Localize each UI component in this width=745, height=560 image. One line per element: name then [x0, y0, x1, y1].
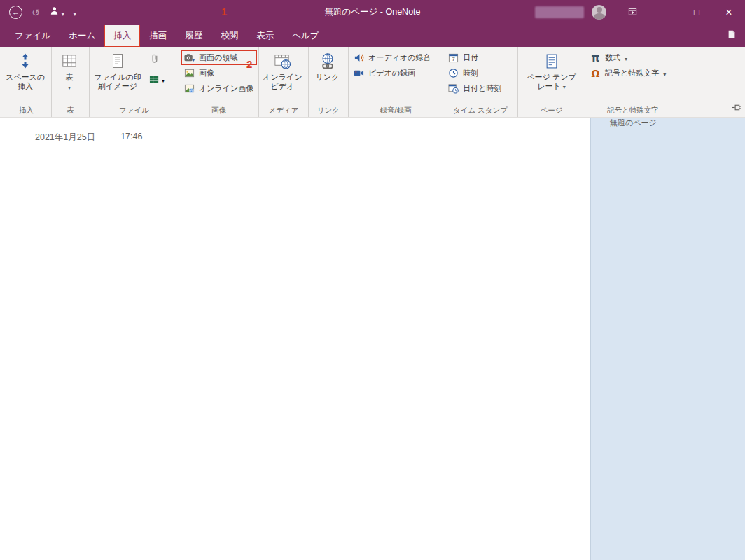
page-template-button[interactable]: ページ テンプレート	[522, 47, 581, 106]
tab-help[interactable]: ヘルプ	[283, 24, 328, 47]
symbol-button[interactable]: Ω 記号と特殊文字	[587, 66, 679, 80]
omega-icon: Ω	[590, 68, 601, 79]
group-label-link: リンク	[309, 106, 348, 115]
online-picture-button[interactable]: オンライン画像	[181, 81, 257, 96]
equation-label: 数式	[605, 52, 620, 63]
user-menu-button[interactable]	[49, 6, 64, 19]
group-label-recording: 録音/録画	[349, 106, 443, 115]
page-time: 17:46	[120, 132, 142, 144]
back-button[interactable]: ←	[9, 6, 22, 19]
paperclip-icon	[148, 52, 160, 64]
file-printout-button[interactable]: ファイルの印刷イメージ	[90, 47, 146, 106]
group-label-file: ファイル	[90, 106, 179, 115]
link-icon	[319, 50, 337, 71]
file-printout-label: ファイルの印刷イメージ	[92, 73, 143, 91]
picture-label: 画像	[199, 68, 214, 78]
tab-history[interactable]: 履歴	[176, 24, 211, 47]
table-label: 表	[66, 73, 74, 82]
quick-access-customize-icon[interactable]	[74, 6, 76, 19]
insert-datetime-button[interactable]: 日付と時刻	[445, 81, 516, 96]
online-video-icon	[273, 50, 292, 71]
ribbon-group-symbols: π 数式 Ω 記号と特殊文字 記号と特殊文字	[585, 47, 681, 117]
symbol-label: 記号と特殊文字	[605, 68, 659, 78]
screen-clipping-label: 画面の領域	[199, 52, 237, 63]
file-printout-icon	[109, 50, 126, 71]
group-label-media: メディア	[259, 106, 308, 115]
pin-ribbon-button[interactable]	[731, 102, 741, 115]
annotation-step-2: 2	[246, 58, 252, 70]
minimize-icon: –	[662, 7, 667, 18]
page-date: 2021年1月25日	[35, 132, 95, 144]
ribbon-tab-bar: ファイル ホーム 挿入 描画 履歴 校閲 表示 ヘルプ	[0, 24, 745, 47]
chevron-down-icon	[663, 69, 666, 78]
svg-text:7: 7	[452, 56, 454, 62]
group-label-symbols: 記号と特殊文字	[585, 106, 681, 115]
record-audio-button[interactable]: オーディオの録音	[351, 50, 441, 65]
ribbon-group-table: 表 表	[52, 47, 90, 117]
avatar[interactable]	[592, 5, 606, 20]
online-video-label: オンラインビデオ	[262, 73, 304, 91]
tab-insert[interactable]: 挿入	[104, 24, 140, 47]
insert-time-button[interactable]: 時刻	[445, 66, 516, 80]
back-icon: ←	[12, 8, 20, 16]
close-icon: ×	[725, 6, 732, 19]
tab-file[interactable]: ファイル	[6, 24, 60, 47]
page-template-label: ページ テンプレート	[524, 73, 579, 91]
ribbon-group-insert: スペースの挿入 挿入	[1, 47, 52, 117]
group-label-page: ページ	[518, 106, 585, 115]
tab-view[interactable]: 表示	[247, 24, 283, 47]
maximize-button[interactable]: □	[681, 0, 713, 24]
ribbon-group-timestamp: 7 日付 時刻 日付と時刻 タイム スタンプ	[443, 47, 518, 117]
ribbon-group-media: オンラインビデオ メディア	[259, 47, 309, 117]
attach-file-button[interactable]	[148, 52, 165, 64]
tab-draw[interactable]: 描画	[140, 24, 176, 47]
picture-icon	[183, 68, 195, 79]
equation-button[interactable]: π 数式	[587, 50, 679, 65]
insert-date-button[interactable]: 7 日付	[445, 50, 516, 65]
page-template-icon	[543, 50, 560, 71]
insert-space-icon	[17, 50, 34, 71]
insert-space-label: スペースの挿入	[4, 73, 47, 91]
insert-date-label: 日付	[463, 52, 478, 63]
undo-icon: ↺	[32, 7, 40, 18]
calendar-clock-icon	[447, 83, 459, 94]
insert-time-label: 時刻	[463, 68, 478, 78]
insert-spreadsheet-button[interactable]	[148, 73, 165, 85]
pin-icon	[731, 102, 741, 114]
table-button[interactable]: 表	[52, 47, 87, 106]
online-picture-label: オンライン画像	[199, 83, 253, 94]
minimize-button[interactable]: –	[648, 0, 681, 24]
ribbon-group-page: ページ テンプレート ページ	[518, 47, 585, 117]
chevron-down-icon	[625, 54, 627, 62]
page-meta: 2021年1月25日 17:46	[35, 132, 142, 144]
insert-space-button[interactable]: スペースの挿入	[1, 47, 49, 106]
chevron-down-icon	[563, 82, 566, 90]
ribbon-display-options-button[interactable]	[616, 0, 648, 24]
quick-note-button[interactable]	[727, 29, 737, 42]
link-button[interactable]: リンク	[309, 47, 346, 106]
undo-button[interactable]: ↺	[32, 7, 40, 18]
quick-note-icon	[727, 29, 737, 42]
ribbon-group-recording: オーディオの録音 ビデオの録画 録音/録画	[349, 47, 443, 117]
close-button[interactable]: ×	[713, 0, 745, 24]
audio-icon	[353, 52, 365, 64]
table-icon	[60, 50, 78, 71]
page-tabs-pane[interactable]: 無題のページ	[590, 118, 745, 560]
chevron-down-icon	[68, 83, 71, 92]
chevron-down-icon	[62, 6, 64, 19]
tab-home[interactable]: ホーム	[60, 24, 104, 47]
group-label-insert: 挿入	[1, 106, 51, 115]
picture-button[interactable]: 画像	[181, 66, 257, 80]
camera-icon	[183, 52, 195, 64]
group-label-images: 画像	[179, 106, 258, 115]
video-camera-icon	[353, 68, 365, 79]
ribbon-group-images: 画面の領域 画像 オンライン画像 画像	[179, 47, 259, 117]
page-tab-title[interactable]: 無題のページ	[610, 118, 745, 127]
titlebar: ← ↺ 無題のページ - OneNote – □ ×	[0, 0, 745, 24]
ribbon: スペースの挿入 挿入 表 表 ファイルの印刷イメージ	[0, 47, 745, 118]
online-picture-icon	[183, 83, 195, 94]
tab-review[interactable]: 校閲	[211, 24, 247, 47]
screen-clipping-button[interactable]: 画面の領域	[181, 50, 257, 65]
online-video-button[interactable]: オンラインビデオ	[259, 47, 306, 106]
record-video-button[interactable]: ビデオの録画	[351, 66, 441, 80]
